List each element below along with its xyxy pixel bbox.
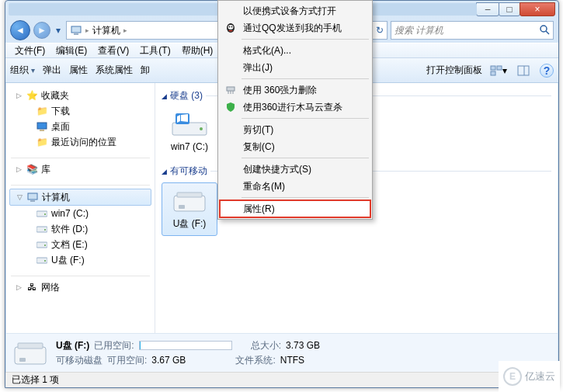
nav-back-button[interactable]: ◄ bbox=[10, 20, 30, 40]
removable-drive-icon bbox=[12, 339, 48, 367]
disclosure-icon: ◢ bbox=[162, 92, 167, 100]
nav-tree: ▷⭐收藏夹 📁下载 桌面 📁最近访问的位置 ▷📚库 ▽计算机 win7 (C:)… bbox=[6, 83, 155, 349]
menu-file[interactable]: 文件(F) bbox=[10, 43, 50, 59]
tree-favorites[interactable]: ▷⭐收藏夹 bbox=[9, 88, 151, 103]
svg-rect-12 bbox=[30, 200, 35, 202]
tree-drive-f[interactable]: U盘 (F:) bbox=[9, 252, 151, 268]
downloads-icon: 📁 bbox=[36, 105, 48, 117]
close-button[interactable]: × bbox=[520, 2, 555, 16]
computer-icon bbox=[26, 191, 39, 203]
details-free-value: 3.67 GB bbox=[151, 355, 186, 366]
svg-rect-11 bbox=[28, 193, 37, 199]
svg-rect-15 bbox=[36, 227, 47, 232]
status-text: 已选择 1 项 bbox=[12, 373, 59, 387]
svg-rect-7 bbox=[518, 66, 529, 75]
tree-downloads[interactable]: 📁下载 bbox=[9, 103, 151, 119]
network-icon: 🖧 bbox=[26, 281, 38, 293]
svg-point-31 bbox=[228, 25, 234, 29]
watermark: E 亿速云 bbox=[499, 361, 560, 392]
removable-drive-icon bbox=[171, 188, 208, 214]
toolbar-properties[interactable]: 属性 bbox=[69, 64, 88, 77]
desktop-icon bbox=[36, 120, 48, 133]
minimize-button[interactable]: – bbox=[476, 2, 499, 16]
toolbar-eject[interactable]: 弹出 bbox=[43, 64, 61, 77]
breadcrumb-chevron-icon[interactable]: ▸ bbox=[85, 26, 89, 34]
details-fs-value: NTFS bbox=[280, 355, 304, 366]
shredder-icon bbox=[224, 84, 237, 96]
menu-view[interactable]: 查看(V) bbox=[93, 43, 134, 59]
svg-rect-13 bbox=[36, 211, 47, 217]
svg-line-3 bbox=[546, 31, 549, 34]
star-icon: ⭐ bbox=[26, 89, 38, 102]
ctx-format[interactable]: 格式化(A)... bbox=[220, 42, 370, 59]
ctx-360-scan[interactable]: 使用360进行木马云查杀 bbox=[220, 99, 370, 116]
menu-help[interactable]: 帮助(H) bbox=[177, 43, 218, 59]
drive-icon bbox=[36, 254, 48, 266]
ctx-eject[interactable]: 弹出(J) bbox=[220, 59, 370, 76]
toolbar-sysprops[interactable]: 系统属性 bbox=[96, 64, 133, 77]
ctx-separator bbox=[242, 39, 369, 40]
search-placeholder: 搜索 计算机 bbox=[394, 24, 443, 37]
tree-libraries[interactable]: ▷📚库 bbox=[9, 161, 151, 177]
menu-edit[interactable]: 编辑(E) bbox=[51, 43, 92, 59]
details-fs-label: 文件系统: bbox=[235, 354, 275, 367]
computer-icon bbox=[70, 24, 82, 36]
ctx-separator bbox=[242, 78, 369, 79]
tree-drive-e[interactable]: 文档 (E:) bbox=[9, 237, 151, 252]
maximize-button[interactable]: □ bbox=[499, 2, 520, 16]
drive-icon bbox=[171, 112, 208, 138]
drive-win7[interactable]: win7 (C:) bbox=[162, 107, 217, 157]
toolbar-organize[interactable]: 组织 bbox=[10, 64, 35, 77]
refresh-icon[interactable]: ↻ bbox=[376, 25, 384, 36]
svg-rect-6 bbox=[491, 71, 495, 75]
svg-rect-4 bbox=[491, 66, 495, 70]
watermark-text: 亿速云 bbox=[525, 369, 555, 383]
tree-recent[interactable]: 📁最近访问的位置 bbox=[9, 134, 151, 150]
tree-desktop[interactable]: 桌面 bbox=[9, 119, 151, 134]
svg-rect-1 bbox=[74, 33, 78, 35]
help-icon[interactable]: ? bbox=[540, 64, 554, 78]
svg-rect-34 bbox=[227, 87, 235, 91]
shield-360-icon bbox=[224, 101, 237, 113]
preview-pane-icon[interactable] bbox=[515, 62, 532, 79]
nav-history-dropdown[interactable]: ▾ bbox=[54, 21, 63, 40]
breadcrumb-chevron-icon[interactable]: ▸ bbox=[123, 26, 127, 34]
libraries-icon: 📚 bbox=[26, 163, 38, 175]
ctx-send-qq[interactable]: 通过QQ发送到我的手机 bbox=[220, 19, 370, 36]
breadcrumb-root[interactable]: 计算机 bbox=[92, 24, 120, 37]
ctx-copy[interactable]: 复制(C) bbox=[220, 138, 370, 155]
svg-rect-17 bbox=[36, 242, 47, 248]
ctx-separator bbox=[242, 197, 369, 198]
ctx-rename[interactable]: 重命名(M) bbox=[220, 178, 370, 195]
svg-point-32 bbox=[229, 26, 231, 28]
ctx-shortcut[interactable]: 创建快捷方式(S) bbox=[220, 161, 370, 178]
menu-tools[interactable]: 工具(T) bbox=[135, 43, 175, 59]
disclosure-icon: ◢ bbox=[162, 168, 167, 175]
ctx-360-delete[interactable]: 使用 360强力删除 bbox=[220, 82, 370, 99]
svg-rect-10 bbox=[40, 130, 44, 131]
toolbar-ctrlpanel[interactable]: 打开控制面板 bbox=[426, 64, 482, 77]
recent-icon: 📁 bbox=[36, 136, 48, 148]
details-name: U盘 (F:) bbox=[56, 339, 89, 352]
usage-bar bbox=[139, 341, 232, 350]
nav-forward-button[interactable]: ► bbox=[33, 22, 50, 39]
ctx-separator bbox=[242, 118, 369, 119]
search-box[interactable]: 搜索 计算机 bbox=[391, 21, 554, 40]
search-icon[interactable] bbox=[539, 24, 550, 37]
watermark-logo-icon: E bbox=[503, 367, 522, 386]
ctx-cut[interactable]: 剪切(T) bbox=[220, 121, 370, 138]
svg-rect-0 bbox=[71, 26, 81, 33]
tree-network[interactable]: ▷🖧网络 bbox=[9, 279, 151, 295]
view-mode-icon[interactable]: ▾ bbox=[490, 62, 507, 79]
svg-point-16 bbox=[44, 229, 46, 231]
ctx-properties[interactable]: 属性(R) bbox=[220, 200, 370, 217]
drive-icon bbox=[36, 238, 48, 251]
tree-drive-d[interactable]: 软件 (D:) bbox=[9, 221, 151, 237]
drive-usb[interactable]: U盘 (F:) bbox=[162, 182, 217, 236]
ctx-separator bbox=[242, 158, 369, 158]
toolbar-uninstall-truncated[interactable]: 卸 bbox=[141, 64, 150, 77]
tree-drive-c[interactable]: win7 (C:) bbox=[9, 206, 151, 221]
ctx-open-portable[interactable]: 以便携式设备方式打开 bbox=[220, 2, 370, 19]
tree-computer[interactable]: ▽计算机 bbox=[9, 189, 151, 206]
details-used-label: 已用空间: bbox=[94, 339, 134, 352]
